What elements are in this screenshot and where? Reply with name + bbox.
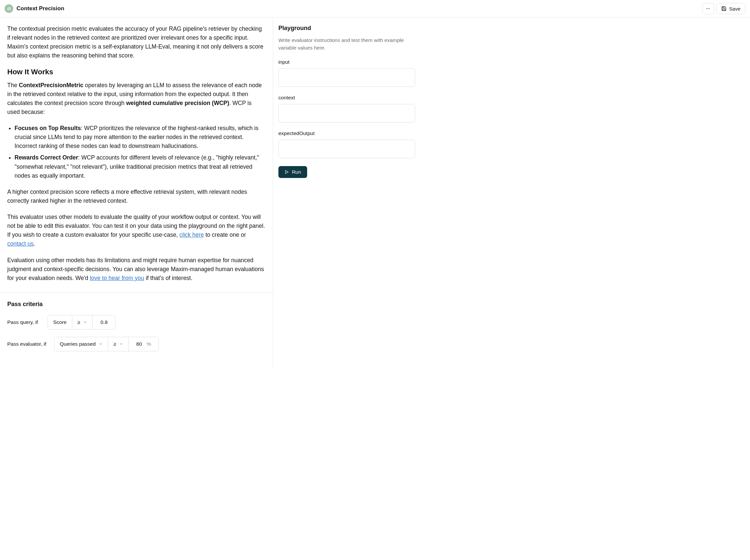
intro-text: The contextual precision metric evaluate… bbox=[7, 24, 265, 60]
svg-point-4 bbox=[706, 8, 707, 9]
save-label: Save bbox=[729, 6, 741, 12]
pass-criteria-heading: Pass criteria bbox=[7, 301, 265, 308]
logo-icon bbox=[5, 4, 13, 13]
evaluator-note-paragraph: This evaluator uses other models to eval… bbox=[7, 213, 265, 248]
how-it-works-heading: How It Works bbox=[7, 68, 265, 76]
bullet-rewards-order: Rewards Correct Order: WCP accounts for … bbox=[15, 153, 265, 180]
save-icon bbox=[721, 6, 727, 11]
header-actions: Save bbox=[702, 3, 745, 14]
limitations-paragraph: Evaluation using other models has its li… bbox=[7, 256, 265, 283]
wcp-bullets: Focuses on Top Results: WCP prioritizes … bbox=[7, 124, 265, 180]
playground-title: Playground bbox=[278, 25, 415, 32]
pass-query-operator-select[interactable]: ≥ bbox=[72, 315, 93, 329]
svg-point-2 bbox=[9, 8, 9, 8]
pass-query-value[interactable]: 0.8 bbox=[93, 315, 115, 329]
pass-evaluator-operator-select[interactable]: ≥ bbox=[108, 337, 129, 351]
playground-desc: Write evaluator instructions and test th… bbox=[278, 36, 415, 52]
more-icon bbox=[706, 6, 711, 11]
input-field[interactable] bbox=[278, 68, 415, 87]
input-label: input bbox=[278, 59, 415, 65]
context-label: context bbox=[278, 95, 415, 101]
save-button[interactable]: Save bbox=[716, 3, 745, 14]
playground-panel: Playground Write evaluator instructions … bbox=[273, 18, 421, 368]
love-to-hear-link[interactable]: love to hear from you bbox=[90, 275, 144, 281]
chevron-down-icon bbox=[83, 320, 87, 324]
expected-output-label: expectedOutput bbox=[278, 131, 415, 136]
pass-query-label: Pass query, if bbox=[7, 319, 40, 325]
pass-evaluator-metric-select[interactable]: Queries passed bbox=[55, 337, 108, 351]
run-button[interactable]: Run bbox=[278, 166, 307, 178]
main-column: The contextual precision metric evaluate… bbox=[0, 18, 273, 368]
page-title: Context Precision bbox=[17, 5, 64, 12]
play-icon bbox=[284, 170, 289, 174]
svg-marker-7 bbox=[286, 171, 288, 173]
context-field[interactable] bbox=[278, 104, 415, 122]
contact-us-link[interactable]: contact us bbox=[7, 240, 34, 247]
header-left: Context Precision bbox=[5, 4, 64, 13]
pass-query-group: Score ≥ 0.8 bbox=[47, 315, 116, 329]
expected-output-field[interactable] bbox=[278, 140, 415, 158]
pass-evaluator-label: Pass evaluator, if bbox=[7, 341, 47, 347]
pass-evaluator-row: Pass evaluator, if Queries passed ≥ 80 % bbox=[7, 337, 265, 351]
pass-evaluator-value[interactable]: 80 % bbox=[129, 337, 159, 351]
pass-query-metric: Score bbox=[48, 315, 72, 329]
svg-point-5 bbox=[708, 8, 708, 9]
chevron-down-icon bbox=[119, 342, 123, 346]
chevron-down-icon bbox=[98, 342, 103, 346]
svg-point-6 bbox=[709, 8, 710, 9]
higher-score-paragraph: A higher context precision score reflect… bbox=[7, 187, 265, 205]
pass-evaluator-group: Queries passed ≥ 80 % bbox=[54, 337, 159, 351]
click-here-link[interactable]: click here bbox=[179, 232, 204, 238]
pass-query-row: Pass query, if Score ≥ 0.8 bbox=[7, 315, 265, 329]
bullet-focus-top: Focuses on Top Results: WCP prioritizes … bbox=[15, 124, 265, 151]
header: Context Precision Save bbox=[0, 0, 750, 18]
body: The contextual precision metric evaluate… bbox=[0, 18, 750, 368]
run-label: Run bbox=[292, 169, 301, 175]
how-paragraph-1: The ContextPrecisionMetric operates by l… bbox=[7, 81, 265, 117]
content: The contextual precision metric evaluate… bbox=[0, 18, 273, 293]
more-button[interactable] bbox=[702, 3, 714, 14]
svg-point-1 bbox=[8, 8, 8, 8]
pass-criteria-section: Pass criteria Pass query, if Score ≥ 0.8… bbox=[0, 293, 273, 368]
